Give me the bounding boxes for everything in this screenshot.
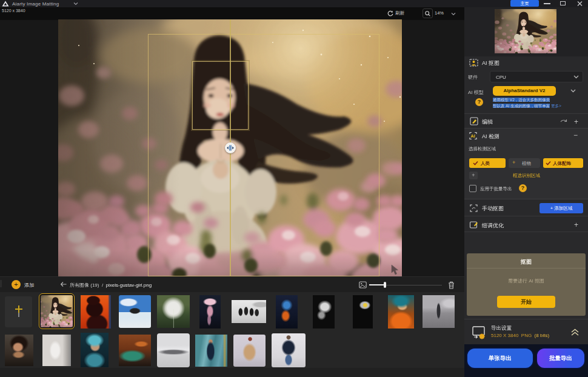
svg-text:AI: AI: [470, 133, 475, 139]
